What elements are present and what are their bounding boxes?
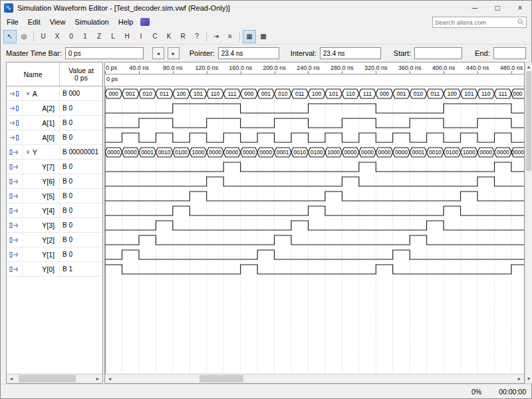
scroll-left-icon[interactable]: ◄	[7, 374, 16, 383]
v-scroll-thumb[interactable]	[526, 71, 531, 171]
minimize-button[interactable]: ─	[464, 1, 486, 15]
waveform-track-A[1][interactable]	[105, 118, 524, 128]
bit-wave[interactable]	[105, 162, 524, 172]
master-bar-forward-button[interactable]: ►	[168, 47, 180, 59]
search-input[interactable]	[435, 19, 517, 26]
waveform-track-Y[6][interactable]	[105, 177, 524, 186]
v-scroll-track[interactable]	[525, 71, 532, 374]
value-1-button[interactable]: 1	[78, 30, 92, 43]
collapse-caret-icon[interactable]: ∨	[26, 149, 30, 155]
waveform-v-scrollbar[interactable]: ▲ ▼	[525, 62, 532, 384]
waveform-track-A[2][interactable]	[105, 104, 524, 113]
count-value-button[interactable]: K	[162, 30, 176, 43]
scroll-left-icon[interactable]: ◄	[105, 374, 114, 383]
waveform-track-Y[3][interactable]	[105, 221, 524, 230]
invert-value-button[interactable]: I	[134, 30, 148, 43]
bit-wave[interactable]	[105, 104, 524, 113]
close-button[interactable]: ×	[509, 1, 531, 15]
menu-view[interactable]: View	[45, 17, 70, 27]
signal-row-Y[5][interactable]: Y[5]B 0	[7, 189, 102, 203]
master-bar-back-button[interactable]: ◄	[152, 47, 164, 59]
value-high-z-button[interactable]: Z	[92, 30, 106, 43]
time-tick-label: 200.0 ns	[263, 65, 286, 71]
h-scroll-thumb[interactable]	[200, 375, 243, 382]
scroll-right-icon[interactable]: ►	[93, 374, 102, 383]
signal-row-Y[0][interactable]: Y[0]B 1	[7, 262, 102, 277]
signal-row-Y[interactable]: ∨YB 00000001	[7, 145, 102, 160]
bit-wave[interactable]	[105, 133, 524, 142]
scroll-down-icon[interactable]: ▼	[525, 374, 532, 383]
waveform-track-Y[7][interactable]	[105, 162, 524, 172]
signal-row-A[0][interactable]: A[0]B 0	[7, 130, 102, 145]
start-value[interactable]	[414, 47, 462, 59]
bit-wave[interactable]	[105, 221, 524, 230]
value-0-button[interactable]: 0	[65, 30, 78, 43]
signal-value: B 0	[60, 218, 102, 232]
collapse-caret-icon[interactable]: ∨	[26, 90, 30, 96]
bit-wave[interactable]	[105, 235, 524, 245]
signal-row-Y[6][interactable]: Y[6]B 0	[7, 174, 102, 189]
waveform-h-scrollbar[interactable]: ◄ ►	[105, 374, 524, 383]
signal-row-Y[3][interactable]: Y[3]B 0	[7, 218, 102, 233]
menu-file[interactable]: File	[2, 17, 23, 27]
waveform-track-A[interactable]: 0000010100111001011101110000010100111001…	[105, 89, 524, 98]
waveform-track-A[0][interactable]	[105, 133, 524, 142]
menu-simulation[interactable]: Simulation	[70, 17, 113, 27]
arbitrary-value-button[interactable]: ?	[190, 30, 203, 43]
bus-value-label: 101	[329, 90, 338, 97]
zoom-tool-button[interactable]: ◎	[17, 30, 31, 43]
h-scroll-thumb[interactable]	[19, 375, 76, 382]
scroll-up-icon[interactable]: ▲	[525, 63, 532, 71]
input-pin-icon	[9, 105, 19, 112]
bit-wave[interactable]	[105, 118, 524, 128]
menu-edit[interactable]: Edit	[23, 17, 45, 27]
signal-row-A[1][interactable]: A[1]B 0	[7, 116, 102, 130]
value-dont-care-button[interactable]: X	[51, 30, 64, 43]
bus-value-label: 0000	[225, 149, 238, 156]
random-value-button[interactable]: R	[176, 30, 190, 43]
master-time-bar-value[interactable]: 0 ps	[65, 47, 144, 59]
menu-help[interactable]: Help	[114, 17, 138, 27]
maximize-button[interactable]: □	[486, 1, 509, 15]
signal-name: Y[0]	[23, 262, 60, 276]
selection-tool-button[interactable]: ↖	[3, 30, 17, 43]
input-pin-cell	[7, 86, 23, 100]
time-tick-label: 40.0 ns	[129, 65, 149, 71]
expand-collapse-button[interactable]: ≡	[223, 30, 237, 43]
signal-row-A[2][interactable]: A[2]B 0	[7, 101, 102, 116]
waveform-track-Y[2][interactable]	[105, 235, 524, 245]
value-uninitialized-button[interactable]: U	[37, 30, 50, 43]
input-pin-cell	[7, 101, 23, 115]
waveform-track-Y[4][interactable]	[105, 206, 524, 215]
waveform-track-Y[1][interactable]	[105, 250, 524, 259]
bit-wave[interactable]	[105, 250, 524, 259]
waveform-track-Y[interactable]: 0000000000010010010010000000000000000000…	[105, 148, 524, 157]
snap-to-transition-button[interactable]: ⇥	[209, 30, 223, 43]
signal-panel-h-scrollbar[interactable]: ◄ ►	[7, 374, 102, 383]
waveform-svg[interactable]: 0000010100111001011101110000010100111001…	[105, 86, 524, 374]
bit-wave[interactable]	[105, 177, 524, 186]
signal-row-A[interactable]: ∨AB 000	[7, 86, 102, 101]
bit-wave[interactable]	[105, 192, 524, 201]
output-pin-icon	[9, 193, 19, 200]
signal-row-Y[7][interactable]: Y[7]B 0	[7, 160, 102, 174]
value-weak-low-button[interactable]: L	[106, 30, 120, 43]
clock-button[interactable]: C	[148, 30, 162, 43]
grid-view-button[interactable]: ▦	[243, 30, 256, 43]
signal-name: Y[6]	[23, 174, 60, 188]
bus-value-label: 001	[396, 90, 406, 97]
signal-row-Y[4][interactable]: Y[4]B 0	[7, 203, 102, 218]
waveform-track-Y[0][interactable]	[105, 265, 524, 274]
bus-value-label: 0001	[141, 149, 154, 156]
waveform-track-Y[5][interactable]	[105, 192, 524, 201]
bit-wave[interactable]	[105, 265, 524, 274]
bit-wave[interactable]	[105, 206, 524, 215]
end-value[interactable]	[493, 47, 526, 59]
scroll-right-icon[interactable]: ►	[515, 374, 524, 383]
signal-row-Y[2][interactable]: Y[2]B 0	[7, 233, 102, 247]
report-icon[interactable]	[140, 18, 150, 26]
overview-button[interactable]: ▩	[257, 30, 270, 43]
value-weak-high-button[interactable]: H	[120, 30, 134, 43]
time-ruler[interactable]: 0 ps40.0 ns80.0 ns120.0 ns160.0 ns200.0 …	[105, 63, 524, 86]
signal-row-Y[1][interactable]: Y[1]B 0	[7, 247, 102, 262]
